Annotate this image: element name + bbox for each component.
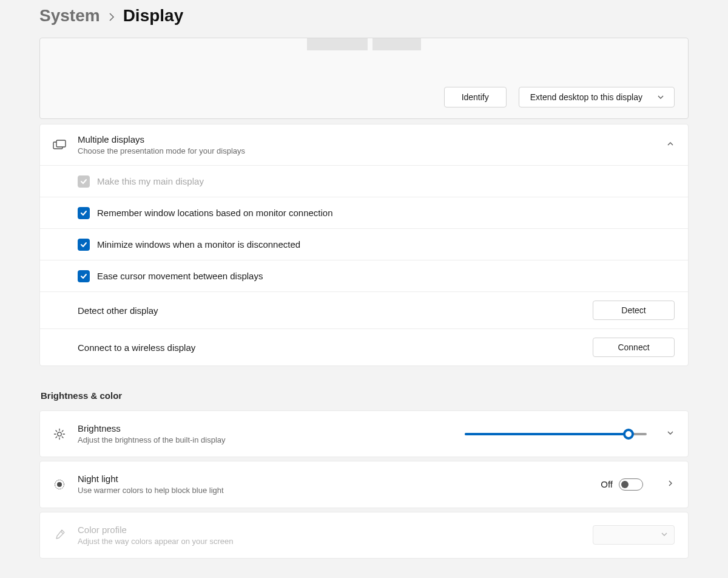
option-main-display: Make this my main display (40, 166, 688, 197)
option-minimize-windows-label: Minimize windows when a monitor is disco… (97, 239, 300, 250)
chevron-right-icon (109, 10, 115, 24)
svg-line-7 (56, 430, 57, 432)
detect-display-row: Detect other display Detect (40, 292, 688, 329)
svg-rect-1 (56, 140, 66, 147)
brightness-slider[interactable] (465, 428, 647, 440)
detect-display-label: Detect other display (78, 305, 158, 316)
svg-line-10 (62, 430, 63, 432)
night-light-card[interactable]: Night light Use warmer colors to help bl… (39, 461, 689, 508)
connect-button[interactable]: Connect (593, 338, 675, 357)
chevron-down-icon (661, 530, 668, 540)
color-profile-subtitle: Adjust the way colors appear on your scr… (78, 536, 593, 547)
display-stub (307, 38, 368, 50)
breadcrumb-current: Display (123, 6, 184, 25)
display-arrange-preview[interactable] (40, 38, 688, 50)
display-mode-dropdown[interactable]: Extend desktop to this display (519, 87, 675, 107)
brightness-subtitle: Adjust the brightness of the built-in di… (78, 435, 465, 446)
connect-wireless-label: Connect to a wireless display (78, 342, 195, 353)
sun-icon (52, 428, 67, 440)
display-mode-dropdown-label: Extend desktop to this display (530, 92, 642, 102)
night-light-subtitle: Use warmer colors to help block blue lig… (78, 485, 601, 496)
color-profile-card: Color profile Adjust the way colors appe… (39, 512, 689, 559)
checkbox-ease-cursor[interactable] (78, 270, 90, 282)
night-light-icon (52, 478, 67, 491)
chevron-down-icon[interactable] (666, 429, 675, 439)
svg-line-13 (61, 531, 63, 534)
brightness-color-heading: Brightness & color (41, 390, 689, 401)
multiple-displays-title: Multiple displays (78, 133, 656, 146)
option-minimize-windows[interactable]: Minimize windows when a monitor is disco… (40, 229, 688, 260)
checkbox-minimize-windows[interactable] (78, 239, 90, 251)
svg-line-8 (62, 437, 63, 438)
color-profile-title: Color profile (78, 523, 593, 536)
night-light-state-label: Off (601, 479, 613, 489)
chevron-right-icon[interactable] (666, 479, 675, 489)
svg-line-9 (56, 437, 57, 438)
option-remember-windows-label: Remember window locations based on monit… (97, 208, 333, 218)
display-arrange-card: Identify Extend desktop to this display (39, 38, 689, 119)
night-light-toggle[interactable] (619, 478, 643, 491)
svg-point-11 (57, 482, 62, 487)
displays-icon (52, 140, 67, 151)
brightness-card: Brightness Adjust the brightness of the … (39, 410, 689, 457)
detect-button[interactable]: Detect (593, 301, 675, 320)
brightness-title: Brightness (78, 422, 465, 435)
option-ease-cursor-label: Ease cursor movement between displays (97, 271, 263, 281)
night-light-title: Night light (78, 472, 601, 485)
chevron-up-icon[interactable] (666, 140, 675, 150)
breadcrumb: System Display (39, 6, 689, 25)
multiple-displays-subtitle: Choose the presentation mode for your di… (78, 146, 656, 157)
checkbox-main-display (78, 175, 90, 188)
multiple-displays-header[interactable]: Multiple displays Choose the presentatio… (40, 124, 688, 166)
color-profile-dropdown (593, 525, 675, 545)
chevron-down-icon (657, 93, 664, 101)
eyedropper-icon (52, 529, 67, 541)
display-stub (372, 38, 421, 50)
svg-point-2 (58, 432, 61, 436)
multiple-displays-group: Multiple displays Choose the presentatio… (39, 124, 689, 366)
checkbox-remember-windows[interactable] (78, 207, 90, 219)
option-remember-windows[interactable]: Remember window locations based on monit… (40, 197, 688, 229)
identify-button[interactable]: Identify (444, 87, 507, 107)
connect-wireless-row: Connect to a wireless display Connect (40, 329, 688, 365)
option-ease-cursor[interactable]: Ease cursor movement between displays (40, 260, 688, 292)
option-main-display-label: Make this my main display (97, 176, 204, 186)
breadcrumb-parent[interactable]: System (39, 6, 100, 25)
